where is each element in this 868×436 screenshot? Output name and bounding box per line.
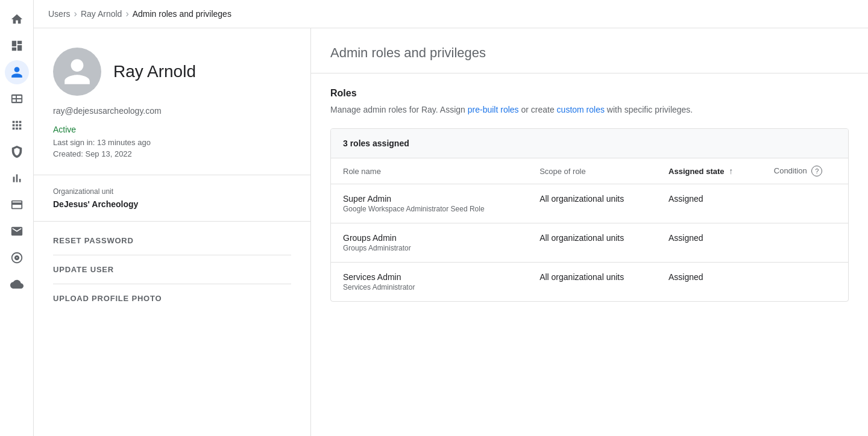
user-name-block: Ray Arnold <box>113 61 196 82</box>
org-label: Organizational unit <box>53 187 291 196</box>
cloud-icon[interactable] <box>5 272 29 296</box>
org-name: DeJesus' Archeology <box>53 199 291 209</box>
user-name: Ray Arnold <box>113 61 196 82</box>
content-body: Ray Arnold ray@dejesusarcheology.com Act… <box>34 28 868 436</box>
roles-table-container: 3 roles assigned Role name Scope of role… <box>330 128 849 302</box>
role-name: Super Admin <box>343 194 515 204</box>
assigned-text: Assigned <box>668 233 703 243</box>
desc-post: with specific privileges. <box>605 105 693 114</box>
role-desc: Groups Administrator <box>343 244 515 252</box>
breadcrumb: Users › Ray Arnold › Admin roles and pri… <box>34 0 868 28</box>
last-sign-in: Last sign in: 13 minutes ago <box>53 137 291 149</box>
scope-cell: All organizational units <box>527 263 656 302</box>
left-panel: Ray Arnold ray@dejesusarcheology.com Act… <box>34 28 311 436</box>
created-date: Created: Sep 13, 2022 <box>53 148 291 160</box>
org-section: Organizational unit DeJesus' Archeology <box>34 175 310 222</box>
reset-password-button[interactable]: RESET PASSWORD <box>53 226 291 255</box>
main-area: Users › Ray Arnold › Admin roles and pri… <box>34 0 868 436</box>
scope-text: All organizational units <box>539 272 624 282</box>
col-condition: Condition ? <box>762 158 848 184</box>
scope-cell: All organizational units <box>527 184 656 223</box>
assigned-state-cell: Assigned <box>656 263 762 302</box>
email-icon[interactable] <box>5 219 29 243</box>
apps-icon[interactable] <box>5 113 29 137</box>
user-avatar-section: Ray Arnold <box>53 48 291 96</box>
role-name-cell: Services Admin Services Administrator <box>331 263 527 302</box>
avatar <box>53 48 101 96</box>
assigned-state-cell: Assigned <box>656 223 762 263</box>
role-name: Groups Admin <box>343 233 515 243</box>
breadcrumb-sep-1: › <box>74 8 77 19</box>
role-desc: Services Administrator <box>343 283 515 291</box>
condition-cell <box>762 223 848 263</box>
users-icon[interactable] <box>5 60 29 84</box>
role-name-cell: Super Admin Google Workspace Administrat… <box>331 184 527 223</box>
assigned-state-cell: Assigned <box>656 184 762 223</box>
user-status: Active <box>53 125 291 134</box>
layout-icon[interactable] <box>5 87 29 111</box>
breadcrumb-current: Admin roles and privileges <box>133 9 231 19</box>
panel-title: Admin roles and privileges <box>330 45 849 61</box>
condition-cell <box>762 263 848 302</box>
roles-table: Role name Scope of role Assigned state ↑… <box>331 158 848 301</box>
actions-section: RESET PASSWORD UPDATE USER UPLOAD PROFIL… <box>34 222 310 317</box>
role-name-cell: Groups Admin Groups Administrator <box>331 223 527 263</box>
condition-help-icon[interactable]: ? <box>811 166 822 176</box>
panel-header: Admin roles and privileges <box>311 28 868 73</box>
col-scope: Scope of role <box>527 158 656 184</box>
breadcrumb-users[interactable]: Users <box>48 9 71 19</box>
update-user-button[interactable]: UPDATE USER <box>53 255 291 284</box>
scope-text: All organizational units <box>539 194 624 204</box>
scope-cell: All organizational units <box>527 223 656 263</box>
breadcrumb-sep-2: › <box>125 8 128 19</box>
table-row: Super Admin Google Workspace Administrat… <box>331 184 848 223</box>
role-name: Services Admin <box>343 272 515 282</box>
roles-assigned-header: 3 roles assigned <box>331 129 848 158</box>
desc-pre: Manage admin roles for Ray. Assign <box>330 105 468 114</box>
assigned-text: Assigned <box>668 272 703 282</box>
sort-icon: ↑ <box>729 166 733 176</box>
drive-icon[interactable] <box>5 246 29 270</box>
user-profile: Ray Arnold ray@dejesusarcheology.com Act… <box>34 28 310 175</box>
scope-text: All organizational units <box>539 233 624 243</box>
security-icon[interactable] <box>5 140 29 164</box>
breadcrumb-ray-arnold[interactable]: Ray Arnold <box>81 9 122 19</box>
dashboard-icon[interactable] <box>5 34 29 58</box>
role-desc: Google Workspace Administrator Seed Role <box>343 205 515 213</box>
prebuilt-roles-link[interactable]: pre-built roles <box>468 105 519 114</box>
condition-cell <box>762 184 848 223</box>
billing-icon[interactable] <box>5 193 29 217</box>
table-row: Services Admin Services Administrator Al… <box>331 263 848 302</box>
reports-icon[interactable] <box>5 166 29 190</box>
table-header-row: Role name Scope of role Assigned state ↑… <box>331 158 848 184</box>
user-email: ray@dejesusarcheology.com <box>53 105 291 117</box>
custom-roles-link[interactable]: custom roles <box>557 105 605 114</box>
roles-section: Roles Manage admin roles for Ray. Assign… <box>311 73 868 316</box>
col-role-name: Role name <box>331 158 527 184</box>
sidebar <box>0 0 34 436</box>
table-row: Groups Admin Groups Administrator All or… <box>331 223 848 263</box>
right-panel: Admin roles and privileges Roles Manage … <box>311 28 868 436</box>
home-icon[interactable] <box>5 7 29 31</box>
roles-title: Roles <box>330 88 849 99</box>
desc-mid: or create <box>519 105 557 114</box>
upload-photo-button[interactable]: UPLOAD PROFILE PHOTO <box>53 284 291 313</box>
assigned-text: Assigned <box>668 194 703 204</box>
roles-description: Manage admin roles for Ray. Assign pre-b… <box>330 104 849 116</box>
col-assigned-state[interactable]: Assigned state ↑ <box>656 158 762 184</box>
